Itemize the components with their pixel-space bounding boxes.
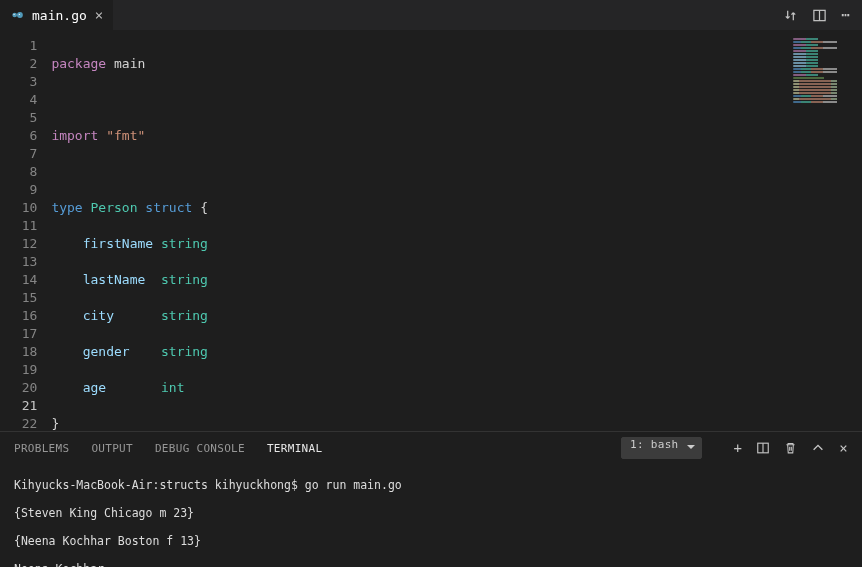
maximize-panel-icon[interactable] — [811, 441, 825, 455]
line-number: 18 — [0, 343, 37, 361]
close-panel-icon[interactable]: × — [839, 440, 848, 456]
terminal-line: {Neena Kochhar Boston f 13} — [14, 534, 848, 548]
split-editor-icon[interactable] — [812, 8, 827, 23]
tab-bar: main.go × ⋯ — [0, 0, 862, 31]
svg-point-3 — [19, 14, 20, 15]
line-number: 16 — [0, 307, 37, 325]
bottom-panel: PROBLEMS OUTPUT DEBUG CONSOLE TERMINAL 1… — [0, 431, 862, 567]
tab-title: main.go — [32, 8, 87, 23]
line-number: 11 — [0, 217, 37, 235]
line-number: 12 — [0, 235, 37, 253]
line-number: 14 — [0, 271, 37, 289]
tab-output[interactable]: OUTPUT — [91, 442, 133, 455]
terminal-line: {Steven King Chicago m 23} — [14, 506, 848, 520]
close-icon[interactable]: × — [95, 8, 103, 22]
line-number: 22 — [0, 415, 37, 431]
line-number: 6 — [0, 127, 37, 145]
line-number: 21 — [0, 397, 37, 415]
line-number-gutter: 1 2 3 4 5 6 7 8 9 10 11 12 13 14 15 16 1… — [0, 31, 51, 431]
line-number: 8 — [0, 163, 37, 181]
line-number: 19 — [0, 361, 37, 379]
terminal-prompt: Kihyucks-MacBook-Air:structs kihyuckhong… — [14, 478, 305, 492]
editor-tab-main-go[interactable]: main.go × — [0, 0, 114, 30]
editor: 1 2 3 4 5 6 7 8 9 10 11 12 13 14 15 16 1… — [0, 31, 862, 431]
line-number: 3 — [0, 73, 37, 91]
go-file-icon — [10, 8, 24, 22]
terminal-output[interactable]: Kihyucks-MacBook-Air:structs kihyuckhong… — [0, 464, 862, 567]
panel-tab-bar: PROBLEMS OUTPUT DEBUG CONSOLE TERMINAL 1… — [0, 432, 862, 464]
more-icon[interactable]: ⋯ — [841, 8, 850, 23]
terminal-selector[interactable]: 1: bash — [621, 437, 701, 459]
line-number: 10 — [0, 199, 37, 217]
minimap[interactable] — [787, 31, 862, 431]
line-number: 2 — [0, 55, 37, 73]
line-number: 17 — [0, 325, 37, 343]
line-number: 7 — [0, 145, 37, 163]
line-number: 13 — [0, 253, 37, 271]
svg-point-1 — [17, 12, 23, 18]
line-number: 5 — [0, 109, 37, 127]
terminal-command: go run main.go — [305, 478, 402, 492]
new-terminal-icon[interactable]: + — [734, 440, 743, 456]
code-area[interactable]: package main import "fmt" type Person st… — [51, 31, 787, 431]
kill-terminal-icon[interactable] — [784, 441, 797, 455]
compare-changes-icon[interactable] — [783, 8, 798, 23]
tab-debug-console[interactable]: DEBUG CONSOLE — [155, 442, 245, 455]
line-number: 9 — [0, 181, 37, 199]
line-number: 4 — [0, 91, 37, 109]
svg-point-2 — [14, 14, 15, 15]
tab-problems[interactable]: PROBLEMS — [14, 442, 69, 455]
tab-terminal[interactable]: TERMINAL — [267, 442, 322, 455]
split-terminal-icon[interactable] — [756, 441, 770, 455]
line-number: 1 — [0, 37, 37, 55]
terminal-line: Neena Kochhar — [14, 562, 848, 567]
line-number: 20 — [0, 379, 37, 397]
line-number: 15 — [0, 289, 37, 307]
svg-point-0 — [12, 13, 17, 18]
editor-actions: ⋯ — [771, 8, 862, 23]
